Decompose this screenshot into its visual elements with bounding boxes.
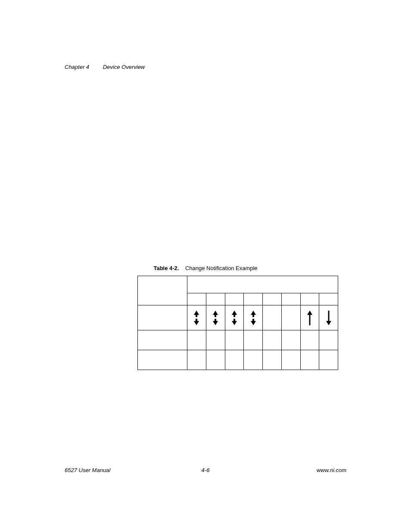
- cell-arrow-7: [187, 305, 206, 330]
- cell-arrow-2: [281, 305, 300, 330]
- footer-page-number: 4-6: [65, 467, 346, 473]
- cell-bit-5: [225, 293, 244, 305]
- up-arrow-icon: [307, 311, 313, 325]
- svg-marker-1: [194, 319, 199, 325]
- down-arrow-icon: [326, 311, 332, 325]
- updown-arrow-icon: [231, 311, 237, 325]
- header-chapter: Chapter 4: [65, 64, 89, 70]
- cell-arrow-5: [225, 305, 244, 330]
- table-row: [138, 276, 338, 293]
- cell: [225, 330, 244, 350]
- cell: [319, 330, 338, 350]
- cell-arrow-4: [244, 305, 263, 330]
- svg-marker-4: [232, 311, 237, 317]
- cell-arrow-6: [206, 305, 225, 330]
- running-footer: 4-6 6527 User Manual www.ni.com: [65, 467, 346, 473]
- cell: [319, 350, 338, 370]
- cell: [187, 330, 206, 350]
- cell: [187, 350, 206, 370]
- updown-arrow-icon: [193, 311, 199, 325]
- cell: [244, 330, 263, 350]
- cell: [300, 350, 319, 370]
- svg-marker-2: [213, 311, 218, 317]
- cell: [281, 350, 300, 370]
- cell-bit-7: [187, 293, 206, 305]
- running-header: Chapter 4 Device Overview: [65, 64, 145, 70]
- caption-text: Change Notification Example: [185, 265, 258, 271]
- cell-arrow-1: [300, 305, 319, 330]
- cell-label-a: [138, 330, 187, 350]
- cell-arrow-label: [138, 305, 187, 330]
- cell: [263, 330, 282, 350]
- cell-arrow-3: [263, 305, 282, 330]
- cell: [263, 350, 282, 370]
- cell-bit-2: [281, 293, 300, 305]
- cell-bit-6: [206, 293, 225, 305]
- table-row: [138, 350, 338, 370]
- cell-header-span: [187, 276, 338, 293]
- svg-marker-7: [251, 319, 256, 325]
- cell: [281, 330, 300, 350]
- caption-label: Table 4-2.: [153, 265, 179, 271]
- table-row: [138, 330, 338, 350]
- cell-bit-1: [300, 293, 319, 305]
- cell: [206, 350, 225, 370]
- cell-bit-0: [319, 293, 338, 305]
- svg-marker-6: [251, 311, 256, 317]
- table-row-arrows: [138, 305, 338, 330]
- svg-marker-5: [232, 319, 237, 325]
- svg-marker-9: [326, 311, 331, 325]
- cell-blank: [138, 276, 187, 305]
- cell-arrow-0: [319, 305, 338, 330]
- header-title: Device Overview: [103, 64, 145, 70]
- svg-marker-8: [307, 311, 312, 325]
- updown-arrow-icon: [212, 311, 218, 325]
- updown-arrow-icon: [250, 311, 256, 325]
- svg-marker-3: [213, 319, 218, 325]
- cell-bit-4: [244, 293, 263, 305]
- cell: [300, 330, 319, 350]
- page: Chapter 4 Device Overview Table 4-2. Cha…: [0, 0, 411, 532]
- cell-bit-3: [263, 293, 282, 305]
- svg-marker-0: [194, 311, 199, 317]
- cell: [225, 350, 244, 370]
- table-caption: Table 4-2. Change Notification Example: [0, 265, 411, 271]
- cell-label-b: [138, 350, 187, 370]
- change-notification-table: [137, 276, 338, 370]
- cell: [206, 330, 225, 350]
- cell: [244, 350, 263, 370]
